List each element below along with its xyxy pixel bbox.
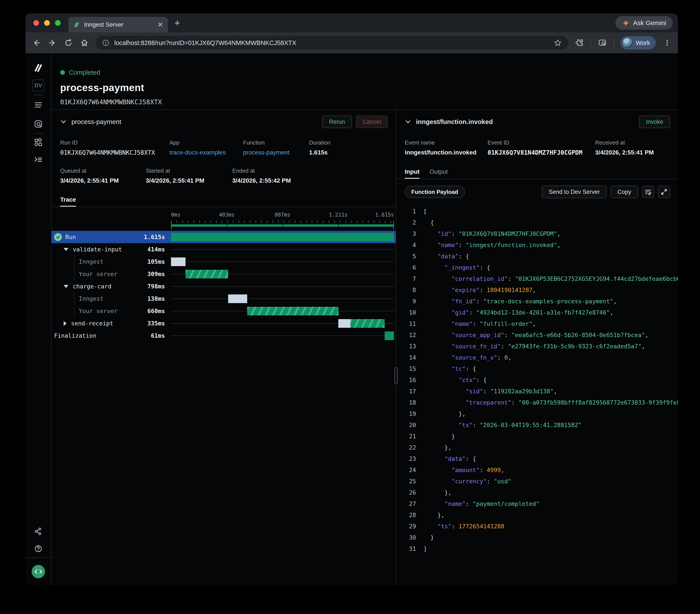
line-number: 16 <box>405 377 416 383</box>
trace-row-your-server[interactable]: Your server309ms <box>51 268 396 280</box>
code-line: 26 }, <box>405 487 678 498</box>
send-to-dev-server-button[interactable]: Send to Dev Server <box>542 186 607 198</box>
expand-icon <box>660 188 668 195</box>
trace-row-send-receipt[interactable]: send-receipt335ms <box>51 317 396 330</box>
code-line: 7 "correlation_id": "01KJX6P53EB6C2752XG… <box>405 273 678 284</box>
sidebar-item-runs[interactable] <box>34 95 43 115</box>
step-duration: 309ms <box>147 271 171 277</box>
page-title: process-payment <box>60 82 678 93</box>
timeline-axis: 0ms403ms807ms1.211s1.615s <box>171 210 394 220</box>
event-collapse-chevron-icon[interactable] <box>405 118 411 125</box>
word-wrap-button[interactable] <box>642 186 654 198</box>
panel-resize-handle[interactable] <box>395 367 398 384</box>
collapse-step-icon[interactable] <box>64 285 68 288</box>
expand-step-icon[interactable] <box>64 321 67 326</box>
meta-function: Functionprocess-payment <box>243 139 309 156</box>
meta-received-at: Received at3/4/2026, 2:55:41 PM <box>595 139 678 156</box>
tab-trace[interactable]: Trace <box>60 196 76 207</box>
bookmark-star-icon[interactable] <box>554 39 562 47</box>
maximize-window-button[interactable] <box>55 20 61 26</box>
code-line: 8 "expire": 1804190141287, <box>405 284 678 295</box>
meta-run-id: Run ID01KJX6Q7W64NMKMWBNKCJ58XTX <box>60 139 170 156</box>
trace-row-validate-input[interactable]: validate-input414ms <box>51 243 396 256</box>
tab-input[interactable]: Input <box>405 168 420 179</box>
close-tab-icon[interactable]: ✕ <box>157 21 163 28</box>
invoke-button[interactable]: Invoke <box>639 116 670 128</box>
run-meta-row-1: Run ID01KJX6Q7W64NMKMWBNKCJ58XTXApptrace… <box>51 139 396 156</box>
step-name: send-receipt <box>71 320 113 327</box>
line-number: 5 <box>405 253 416 260</box>
line-number: 17 <box>405 388 416 395</box>
child-connector-line <box>74 268 74 280</box>
span-bar-striped <box>350 319 385 328</box>
line-number: 20 <box>405 422 416 428</box>
payload-code-viewer[interactable]: 1[2 {3 "id": "01KJX6Q7V81N4DMZ7HFJ0CGPDM… <box>396 206 678 586</box>
step-name: Your server <box>79 271 117 277</box>
collapse-chevron-icon[interactable] <box>60 118 67 125</box>
tab-output[interactable]: Output <box>429 168 448 179</box>
trace-row-finalization[interactable]: Finalization61ms <box>51 330 396 342</box>
copy-button[interactable]: Copy <box>611 186 638 198</box>
share-button[interactable] <box>34 523 43 540</box>
code-line: 4 "name": "inngest/function.invoked", <box>405 239 678 251</box>
step-duration: 660ms <box>147 308 171 314</box>
home-button[interactable] <box>80 38 89 48</box>
tab-search-icon[interactable] <box>598 38 607 48</box>
sidebar-item-events[interactable] <box>34 115 43 133</box>
url-text[interactable]: localhost:8288/run?runID=01KJX6Q7W64NMKM… <box>114 39 549 47</box>
code-line: 20 "ts": "2026-03-04T19:55:41.288158Z" <box>405 419 678 431</box>
step-name: Inngest <box>79 258 103 265</box>
trace-panel-title: process-payment <box>72 118 121 126</box>
function-payload-pill[interactable]: Function Payload <box>405 186 465 198</box>
step-name: Run <box>65 234 76 240</box>
trace-row-your-server[interactable]: Your server660ms <box>51 305 396 317</box>
line-number: 18 <box>405 399 416 406</box>
event-search-icon <box>34 119 43 128</box>
site-info-icon[interactable] <box>102 39 110 47</box>
trace-row-inngest[interactable]: Inngest105ms <box>51 256 396 268</box>
event-panel: inngest/function.invoked Invoke Event na… <box>396 110 678 586</box>
child-connector-line <box>74 305 74 317</box>
trace-row-charge-card[interactable]: charge-card798ms <box>51 280 396 293</box>
axis-tick-label: 1.615s <box>375 212 394 218</box>
forward-button[interactable] <box>48 38 57 48</box>
line-number: 27 <box>405 500 416 507</box>
code-line: 29 "ts": 1772654141288 <box>405 521 678 532</box>
browser-menu-icon[interactable] <box>662 38 672 48</box>
code-line: 2 { <box>405 217 678 228</box>
inngest-logo[interactable] <box>33 60 44 76</box>
collapse-step-icon[interactable] <box>64 248 68 251</box>
inngest-favicon <box>73 21 80 28</box>
span-bar-striped <box>186 270 228 279</box>
back-button[interactable] <box>32 38 41 48</box>
step-duration: 1.615s <box>144 234 171 240</box>
help-button[interactable] <box>34 540 43 557</box>
cancel-button[interactable]: Cancel <box>356 116 388 128</box>
trace-row-run[interactable]: Run1.615s <box>51 231 396 243</box>
ask-gemini-button[interactable]: Ask Gemini <box>615 16 673 30</box>
sidebar-item-functions[interactable] <box>34 151 43 168</box>
expand-button[interactable] <box>658 186 670 198</box>
meta-app: Apptrace-docs-examples <box>170 139 243 156</box>
minimize-window-button[interactable] <box>44 20 50 26</box>
timeline-ruler[interactable] <box>171 220 394 231</box>
url-bar[interactable]: localhost:8288/run?runID=01KJX6Q7W64NMKM… <box>96 36 568 50</box>
code-line: 21 } <box>405 431 678 442</box>
span-bar-queue <box>228 294 247 303</box>
step-duration: 414ms <box>147 246 171 253</box>
env-badge[interactable]: DV <box>32 76 45 95</box>
dev-tools-button[interactable] <box>32 558 45 586</box>
extensions-icon[interactable] <box>575 38 584 48</box>
avatar <box>623 38 633 48</box>
new-tab-button[interactable]: + <box>174 17 180 28</box>
line-number: 21 <box>405 433 416 439</box>
close-window-button[interactable] <box>33 20 39 26</box>
line-number: 2 <box>405 219 416 226</box>
browser-tab[interactable]: Inngest Server ✕ <box>68 17 168 33</box>
line-number: 10 <box>405 309 416 316</box>
sidebar-item-apps[interactable] <box>34 134 43 151</box>
profile-chip[interactable]: Work <box>621 36 656 50</box>
rerun-button[interactable]: Rerun <box>322 116 352 128</box>
reload-button[interactable] <box>64 38 73 48</box>
trace-row-inngest[interactable]: Inngest138ms <box>51 293 396 305</box>
